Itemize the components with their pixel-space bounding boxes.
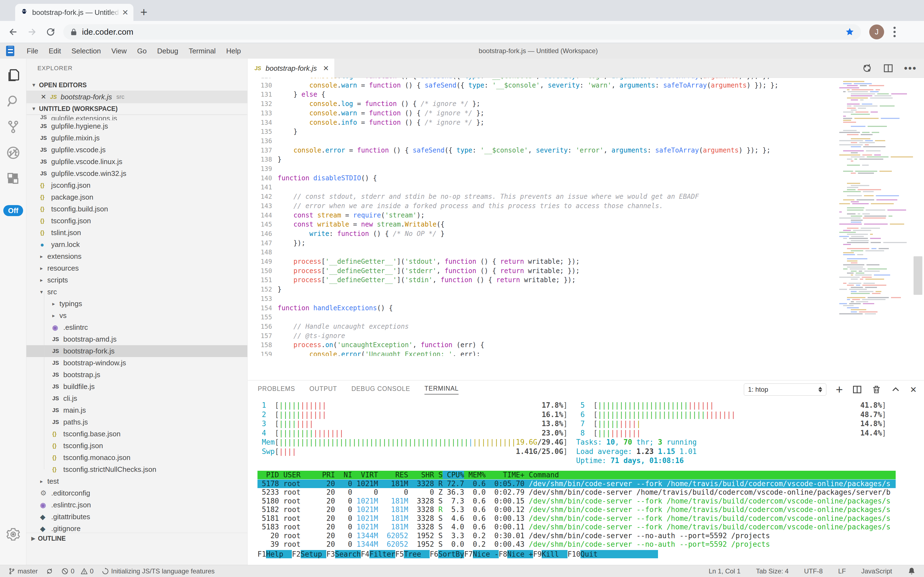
- problems-item[interactable]: 0 0: [61, 567, 93, 575]
- status-utf-8[interactable]: UTF-8: [804, 567, 823, 575]
- tree-item-buildfile.js[interactable]: JSbuildfile.js: [26, 381, 247, 393]
- open-editor-item[interactable]: ✕ JS bootstrap-fork.js src: [26, 90, 247, 103]
- tree-item-bootstrap-fork.js[interactable]: JSbootstrap-fork.js: [26, 345, 247, 357]
- tree-item-bootstrap-window.js[interactable]: JSbootstrap-window.js: [26, 357, 247, 369]
- menu-selection[interactable]: Selection: [66, 47, 106, 55]
- tree-item-jsconfig.json[interactable]: {}jsconfig.json: [26, 179, 247, 191]
- menu-go[interactable]: Go: [132, 47, 152, 55]
- menu-debug[interactable]: Debug: [152, 47, 183, 55]
- explorer-icon[interactable]: [5, 67, 21, 84]
- more-actions-icon[interactable]: •••: [904, 63, 917, 74]
- menu-edit[interactable]: Edit: [43, 47, 66, 55]
- tree-item-tsconfig.json[interactable]: {}tsconfig.json: [26, 440, 247, 452]
- settings-gear-icon[interactable]: [5, 526, 21, 543]
- git-branch-item[interactable]: master: [8, 567, 38, 575]
- address-bar[interactable]: ide.coder.com: [63, 24, 861, 40]
- tree-item-.eslintrc.json[interactable]: ◉.eslintrc.json: [26, 499, 247, 511]
- tree-item-package.json[interactable]: {}package.json: [26, 191, 247, 203]
- panel-tab-problems[interactable]: PROBLEMS: [258, 385, 295, 394]
- kill-terminal-icon[interactable]: [871, 385, 881, 395]
- menu-file[interactable]: File: [21, 47, 43, 55]
- htop-process-row-5180[interactable]: 5180 root 20 0 1021M 181M 3328 S 7.3 0.6…: [257, 497, 896, 505]
- split-editor-icon[interactable]: [883, 63, 893, 74]
- editor-tab-close-icon[interactable]: ✕: [323, 64, 329, 73]
- panel-tab-terminal[interactable]: TERMINAL: [424, 385, 458, 395]
- htop-process-row-5182[interactable]: 5182 root 20 0 1021M 181M 3328 R 5.3 0.6…: [257, 505, 896, 514]
- reload-icon[interactable]: [45, 26, 56, 37]
- tree-item-src[interactable]: ▾src: [26, 286, 247, 298]
- panel-tab-output[interactable]: OUTPUT: [310, 385, 337, 394]
- status-ln-1-col-1[interactable]: Ln 1, Col 1: [709, 567, 741, 575]
- outline-header[interactable]: ▶ OUTLINE: [26, 533, 247, 544]
- search-icon[interactable]: [5, 93, 21, 109]
- bookmark-star-icon[interactable]: [845, 27, 854, 37]
- tree-item-gulpfile.hygiene.js[interactable]: JSgulpfile.hygiene.js: [26, 120, 247, 132]
- tree-item-yarn.lock[interactable]: ●yarn.lock: [26, 239, 247, 250]
- tree-item-.eslintrc[interactable]: ◉.eslintrc: [26, 322, 247, 334]
- tree-item-gulpfile.vscode.js[interactable]: JSgulpfile.vscode.js: [26, 144, 247, 156]
- browser-tab-close-icon[interactable]: ✕: [122, 8, 129, 17]
- menu-help[interactable]: Help: [221, 47, 246, 55]
- sync-icon[interactable]: [861, 63, 873, 74]
- menu-terminal[interactable]: Terminal: [183, 47, 221, 55]
- browser-tab[interactable]: bootstrap-fork.js — Untitled (W ✕: [15, 4, 133, 21]
- tree-item-tslint.json[interactable]: {}tslint.json: [26, 227, 247, 239]
- tree-item-bootstrap-amd.js[interactable]: JSbootstrap-amd.js: [26, 334, 247, 345]
- forward-icon[interactable]: [26, 26, 37, 37]
- maximize-panel-icon[interactable]: [891, 385, 901, 395]
- status-javascript[interactable]: JavaScript: [861, 567, 892, 575]
- debug-disabled-icon[interactable]: [5, 145, 21, 161]
- htop-process-row-5178[interactable]: 5178 root 20 0 1021M 181M 3328 R 72.7 0.…: [257, 480, 896, 488]
- new-terminal-icon[interactable]: +: [836, 384, 843, 395]
- tree-item-gulpfile.extensions.js[interactable]: JSgulpfile.extensions.js: [26, 114, 247, 120]
- tree-item-gulpfile.mixin.js[interactable]: JSgulpfile.mixin.js: [26, 132, 247, 144]
- htop-process-row-20[interactable]: 20 root 20 0 1344M 62052 1952 S 3.3 0.2 …: [257, 532, 896, 540]
- htop-process-row-5183[interactable]: 5183 root 20 0 1021M 181M 3328 S 4.0 0.6…: [257, 523, 896, 531]
- minimap[interactable]: [839, 79, 910, 316]
- extensions-icon[interactable]: [5, 171, 21, 187]
- tree-item-vs[interactable]: ▸vs: [26, 310, 247, 322]
- tree-item-tsconfig.build.json[interactable]: {}tsconfig.build.json: [26, 203, 247, 215]
- browser-avatar[interactable]: J: [869, 24, 884, 39]
- status-lf[interactable]: LF: [838, 567, 846, 575]
- htop-process-row-39[interactable]: 39 root 20 0 1344M 62052 1952 S 0.0 0.2 …: [257, 540, 896, 549]
- editor-tab[interactable]: JS bootstrap-fork.js ✕: [248, 59, 335, 78]
- terminal[interactable]: 1 [||||||||||| 17.8%] 5 [|||||||||||||||…: [257, 399, 924, 565]
- workspace-header[interactable]: ▼ UNTITLED (WORKSPACE): [26, 103, 247, 114]
- tree-item-gulpfile.vscode.linux.js[interactable]: JSgulpfile.vscode.linux.js: [26, 156, 247, 168]
- tree-item-tsconfig.json[interactable]: {}tsconfig.json: [26, 215, 247, 227]
- off-badge[interactable]: Off: [3, 205, 23, 216]
- close-icon[interactable]: ✕: [41, 93, 46, 101]
- tree-item-.gitattributes[interactable]: ◆.gitattributes: [26, 511, 247, 523]
- close-panel-icon[interactable]: ✕: [910, 385, 917, 395]
- sync-status-item[interactable]: [46, 567, 53, 575]
- tree-item-tsconfig.strictNullChecks.json[interactable]: {}tsconfig.strictNullChecks.json: [26, 464, 247, 475]
- panel-tab-debug-console[interactable]: DEBUG CONSOLE: [351, 385, 410, 394]
- tree-item-test[interactable]: ▸test: [26, 475, 247, 487]
- tree-item-tsconfig.monaco.json[interactable]: {}tsconfig.monaco.json: [26, 452, 247, 464]
- app-logo-icon[interactable]: [6, 46, 14, 56]
- open-editors-header[interactable]: ▼ OPEN EDITORS: [26, 79, 247, 90]
- back-icon[interactable]: [8, 26, 19, 37]
- tree-item-.editorconfig[interactable]: ⚙.editorconfig: [26, 487, 247, 499]
- htop-process-row-5233[interactable]: 5233 root 20 0 0 0 0 Z 36.3 0.0 0:02.79 …: [257, 488, 896, 496]
- code-editor[interactable]: 129 console.log = function () { safeSend…: [248, 78, 924, 356]
- split-terminal-icon[interactable]: [852, 385, 862, 395]
- tree-item-gulpfile.vscode.win32.js[interactable]: JSgulpfile.vscode.win32.js: [26, 168, 247, 179]
- tree-item-resources[interactable]: ▸resources: [26, 262, 247, 274]
- bell-icon[interactable]: [908, 567, 916, 575]
- status-tab-size-4[interactable]: Tab Size: 4: [756, 567, 789, 575]
- tree-item-cli.js[interactable]: JScli.js: [26, 393, 247, 405]
- htop-process-row-5181[interactable]: 5181 root 20 0 1021M 181M 3328 S 4.6 0.6…: [257, 514, 896, 523]
- tree-item-tsconfig.base.json[interactable]: {}tsconfig.base.json: [26, 428, 247, 440]
- source-control-icon[interactable]: [5, 119, 21, 135]
- tree-item-.gitignore[interactable]: ◆.gitignore: [26, 523, 247, 533]
- language-status-item[interactable]: Initializing JS/TS language features: [102, 567, 215, 575]
- terminal-select[interactable]: 1: htop: [744, 384, 826, 396]
- menu-view[interactable]: View: [106, 47, 132, 55]
- editor-scrollbar[interactable]: [914, 256, 922, 295]
- tree-item-extensions[interactable]: ▸extensions: [26, 250, 247, 262]
- browser-menu-icon[interactable]: [893, 27, 896, 37]
- tree-item-bootstrap.js[interactable]: JSbootstrap.js: [26, 369, 247, 381]
- tree-item-scripts[interactable]: ▸scripts: [26, 274, 247, 286]
